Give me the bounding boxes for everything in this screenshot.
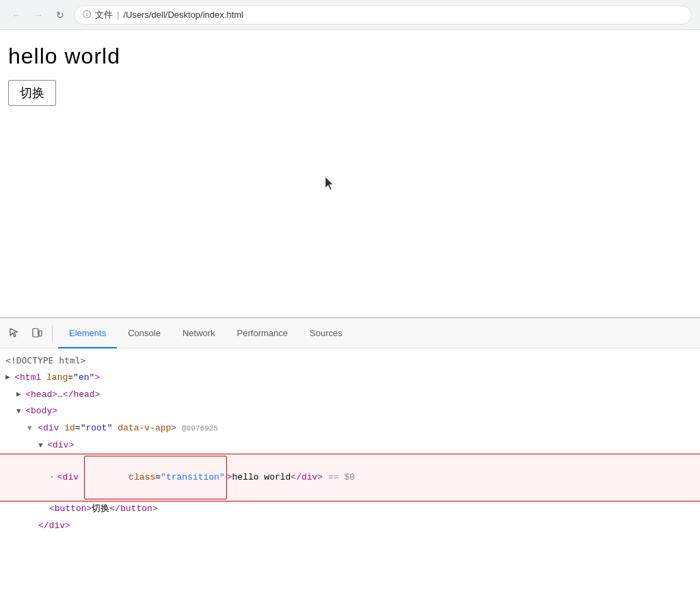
svg-rect-1 (33, 329, 38, 337)
info-icon: ⓘ (83, 9, 91, 20)
page-title: hello world (8, 44, 692, 69)
toolbar-separator (52, 325, 53, 342)
dt-line-div-inner-close[interactable]: </div> (0, 518, 700, 535)
page-content: hello world 切换 (0, 30, 700, 317)
forward-icon: → (33, 10, 43, 20)
reload-icon: ↻ (56, 10, 64, 20)
address-prefix: 文件 (95, 9, 113, 21)
dt-line-button[interactable]: <button> 切换 </button> (0, 501, 700, 518)
dt-line-div-inner[interactable]: ▼ <div> (0, 437, 700, 454)
dt-line-div-transition[interactable]: · <div class="transition" > hello world … (0, 454, 700, 501)
dt-line-body[interactable]: ▼ <body> (0, 403, 700, 420)
tab-sources[interactable]: Sources (299, 318, 353, 348)
tab-elements[interactable]: Elements (58, 318, 117, 348)
forward-button[interactable]: → (30, 7, 46, 23)
devtools-elements-panel: <!DOCTYPE html> ▶ <html lang = "en" > ▶ … (0, 348, 700, 539)
browser-chrome: ← → ↻ ⓘ 文件 | /Users/dell/Desktop/index.h… (0, 0, 700, 30)
svg-rect-2 (39, 331, 42, 336)
address-bar[interactable]: ⓘ 文件 | /Users/dell/Desktop/index.html (74, 5, 692, 25)
address-separator: | (117, 10, 119, 20)
back-button[interactable]: ← (8, 7, 25, 23)
dt-line-div-root[interactable]: ▼ <div id = "root" data-v-app > @8976925 (0, 420, 700, 437)
tab-network[interactable]: Network (172, 318, 226, 348)
cursor-indicator (325, 177, 336, 193)
address-url: /Users/dell/Desktop/index.html (123, 10, 243, 20)
svg-marker-0 (325, 177, 333, 190)
inspect-element-button[interactable] (5, 324, 25, 343)
back-icon: ← (12, 10, 21, 20)
switch-button[interactable]: 切换 (8, 80, 56, 106)
dt-line-head[interactable]: ▶ <head> … </head> (0, 387, 700, 404)
tab-performance[interactable]: Performance (226, 318, 299, 348)
reload-button[interactable]: ↻ (52, 7, 68, 23)
devtools-tabs: Elements Console Network Performance Sou… (58, 318, 353, 348)
device-toolbar-button[interactable] (27, 324, 46, 343)
dt-line-doctype[interactable]: <!DOCTYPE html> (0, 353, 700, 370)
devtools-panel: Elements Console Network Performance Sou… (0, 317, 700, 539)
devtools-toolbar: Elements Console Network Performance Sou… (0, 318, 700, 348)
dt-line-html[interactable]: ▶ <html lang = "en" > (0, 370, 700, 387)
tab-console[interactable]: Console (117, 318, 172, 348)
